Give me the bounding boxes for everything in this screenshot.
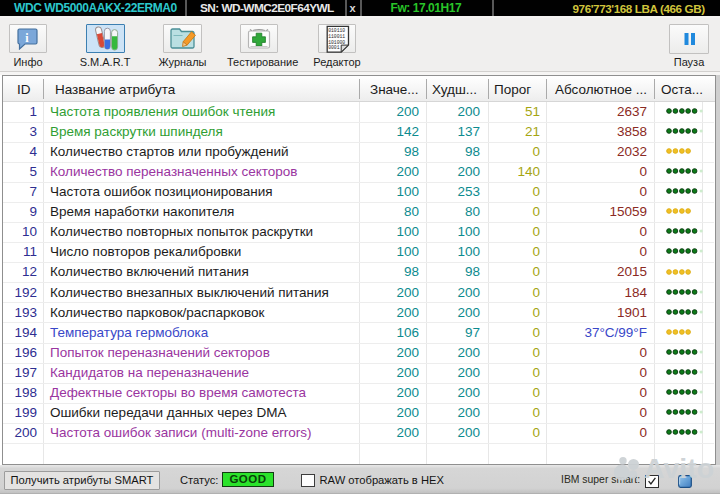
svg-text:0001: 0001 xyxy=(328,44,340,51)
